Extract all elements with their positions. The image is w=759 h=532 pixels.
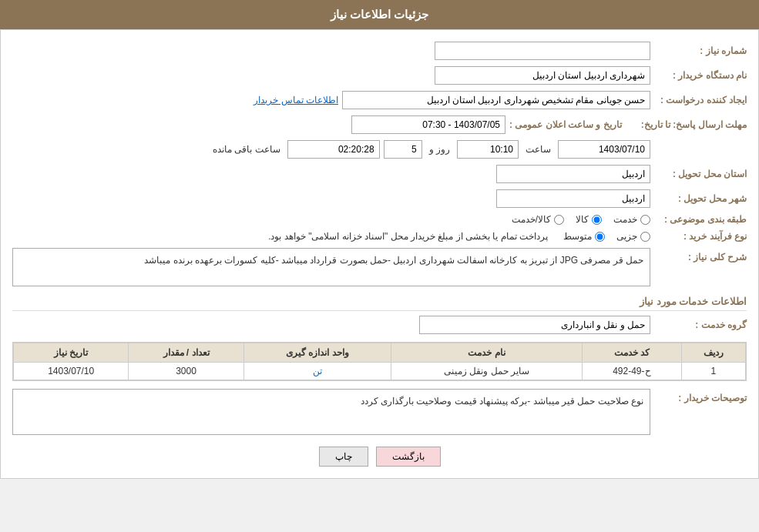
city-input[interactable] [496, 189, 650, 208]
remaining-input[interactable] [287, 140, 380, 159]
cell-quantity: 3000 [129, 363, 243, 380]
category-goods-label: کالا [576, 214, 589, 225]
main-container: جزئیات اطلاعات نیاز شماره نیاز : نام دست… [0, 0, 759, 479]
buyer-desc-text: نوع صلاحیت حمل قیر میباشد -برکه پیشنهاد … [361, 396, 643, 407]
purchase-radio-partial[interactable] [640, 232, 650, 242]
province-row: استان محل تحویل : [12, 165, 747, 183]
category-service-label: خدمت [613, 214, 637, 225]
category-radio-goods[interactable] [592, 215, 602, 225]
purchase-type-label: نوع فرآیند خرید : [654, 231, 747, 242]
creator-input[interactable] [342, 91, 650, 109]
buyer-name-input[interactable] [435, 66, 650, 85]
category-radio-service[interactable] [640, 215, 650, 225]
purchase-partial-label: جزیی [616, 231, 637, 242]
city-row: شهر محل تحویل : [12, 189, 747, 208]
category-option-both[interactable]: کالا/خدمت [512, 214, 564, 225]
creator-row: ایجاد کننده درخواست : اطلاعات تماس خریدا… [12, 91, 747, 109]
purchase-radio-medium[interactable] [595, 232, 605, 242]
cell-index: 1 [681, 363, 745, 380]
need-number-input[interactable] [435, 42, 650, 60]
col-index: ردیف [681, 343, 745, 363]
col-unit: واحد اندازه گیری [243, 343, 391, 363]
date-time-row: ساعت روز و ساعت باقی مانده [12, 140, 747, 159]
description-box: حمل قر مصرفی JPG از تبریز به کارخانه اسف… [12, 248, 650, 286]
cell-name: سایر حمل ونقل زمینی [391, 363, 582, 380]
buyer-desc-row: توصیحات خریدار : نوع صلاحیت حمل قیر میبا… [12, 389, 747, 435]
buyer-desc-label: توصیحات خریدار : [654, 389, 747, 403]
city-label: شهر محل تحویل : [654, 193, 747, 204]
table-row: 1 ح-49-492 سایر حمل ونقل زمینی تن 3000 1… [14, 363, 746, 380]
day-input[interactable] [384, 140, 422, 159]
contact-link[interactable]: اطلاعات تماس خریدار [254, 95, 338, 105]
category-option-service[interactable]: خدمت [613, 214, 650, 225]
buyer-name-row: نام دستگاه خریدار : [12, 66, 747, 85]
time-label: ساعت [526, 144, 551, 155]
cell-code: ح-49-492 [583, 363, 682, 380]
remaining-label: ساعت باقی مانده [213, 144, 280, 155]
col-date: تاریخ نیاز [14, 343, 129, 363]
col-name: نام خدمت [391, 343, 582, 363]
services-table: ردیف کد خدمت نام خدمت واحد اندازه گیری ت… [13, 343, 746, 380]
purchase-type-radio-group: جزیی متوسط [563, 231, 650, 242]
buyer-desc-box: نوع صلاحیت حمل قیر میباشد -برکه پیشنهاد … [12, 389, 650, 435]
back-button[interactable]: بازگشت [376, 447, 441, 467]
category-option-goods[interactable]: کالا [576, 214, 602, 225]
category-radio-both[interactable] [554, 215, 564, 225]
announce-date-input[interactable] [351, 115, 505, 134]
purchase-option-partial[interactable]: جزیی [616, 231, 650, 242]
services-section-title: اطلاعات خدمات مورد نیاز [12, 296, 747, 311]
category-label: طبقه بندی موضوعی : [654, 214, 747, 225]
creator-label: ایجاد کننده درخواست : [654, 95, 747, 105]
content-area: شماره نیاز : نام دستگاه خریدار : ایجاد ک… [0, 29, 759, 479]
province-label: استان محل تحویل : [654, 169, 747, 179]
service-group-input[interactable] [419, 316, 650, 334]
description-text: حمل قر مصرفی JPG از تبریز به کارخانه اسف… [144, 255, 643, 266]
services-table-container: ردیف کد خدمت نام خدمت واحد اندازه گیری ت… [12, 342, 747, 381]
buyer-name-label: نام دستگاه خریدار : [654, 70, 747, 81]
need-number-row: شماره نیاز : [12, 42, 747, 60]
service-group-label: گروه خدمت : [654, 320, 747, 330]
need-number-label: شماره نیاز : [654, 45, 747, 56]
purchase-option-medium[interactable]: متوسط [563, 231, 605, 242]
date-input[interactable] [558, 140, 650, 159]
col-quantity: تعداد / مقدار [129, 343, 243, 363]
category-both-label: کالا/خدمت [512, 214, 551, 225]
time-input[interactable] [457, 140, 519, 159]
announce-label: تاریخ و ساعت اعلان عمومی : [509, 119, 622, 130]
button-group: بازگشت چاپ [12, 447, 747, 467]
purchase-note: پرداخت تمام یا بخشی از مبلغ خریدار محل "… [268, 231, 548, 242]
col-code: کد خدمت [583, 343, 682, 363]
cell-unit: تن [243, 363, 391, 380]
day-label: روز و [429, 144, 450, 155]
deadline-row: مهلت ارسال پاسخ: تا تاریخ: تاریخ و ساعت … [12, 115, 747, 134]
page-title: جزئیات اطلاعات نیاز [331, 8, 428, 21]
description-section: شرح کلی نیاز : حمل قر مصرفی JPG از تبریز… [12, 248, 747, 286]
province-input[interactable] [496, 165, 650, 183]
page-header: جزئیات اطلاعات نیاز [0, 0, 759, 29]
description-label: شرح کلی نیاز : [654, 248, 747, 263]
cell-date: 1403/07/10 [14, 363, 129, 380]
service-group-row: گروه خدمت : [12, 316, 747, 334]
print-button[interactable]: چاپ [319, 447, 368, 467]
purchase-type-row: نوع فرآیند خرید : جزیی متوسط پرداخت تمام… [12, 231, 747, 242]
category-radio-group: خدمت کالا کالا/خدمت [512, 214, 650, 225]
category-row: طبقه بندی موضوعی : خدمت کالا کالا/خدمت [12, 214, 747, 225]
deadline-label: مهلت ارسال پاسخ: تا تاریخ: [641, 119, 747, 130]
purchase-medium-label: متوسط [563, 231, 592, 242]
